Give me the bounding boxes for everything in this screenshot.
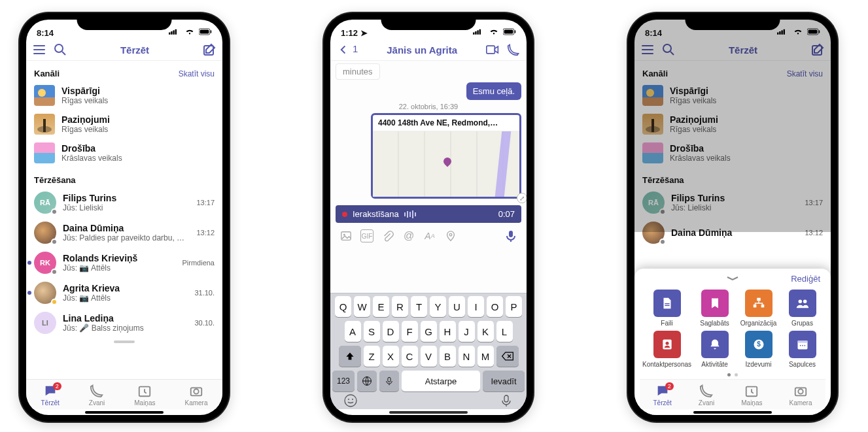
app-saved[interactable]: Saglabāts: [694, 290, 735, 327]
outgoing-message[interactable]: Esmu ceļā.: [466, 82, 521, 100]
enter-key[interactable]: Ievadīt: [483, 371, 525, 391]
key[interactable]: A: [345, 321, 361, 342]
key[interactable]: E: [373, 296, 389, 317]
image-icon[interactable]: [339, 229, 353, 242]
channel-row[interactable]: VispārīgiRīgas veikals: [642, 81, 823, 110]
mic-icon[interactable]: [504, 229, 517, 242]
key[interactable]: N: [459, 346, 475, 367]
menu-icon[interactable]: [641, 43, 654, 56]
chat-row[interactable]: RK Rolands KrieviņšJūs: 📷 Attēls Pirmdie…: [34, 248, 215, 278]
key[interactable]: U: [449, 296, 465, 317]
key[interactable]: G: [421, 321, 437, 342]
key[interactable]: V: [421, 346, 437, 367]
chat-row[interactable]: RĀFilips TurinsJūs: Lieliski13:17: [642, 188, 823, 218]
key[interactable]: H: [440, 321, 456, 342]
location-pin-icon[interactable]: [444, 229, 457, 242]
tab-chat[interactable]: 2 Tērzēt: [41, 384, 59, 407]
compose-icon[interactable]: [811, 43, 824, 56]
channel-row[interactable]: PaziņojumiRīgas veikals: [642, 110, 823, 139]
home-indicator[interactable]: [693, 411, 772, 414]
chat-row[interactable]: RĀ Filips TurinsJūs: Lieliski 13:17: [34, 188, 215, 218]
location-card[interactable]: 4400 148th Ave NE, Redmond,… ⤢: [371, 113, 521, 199]
chat-row[interactable]: Daina Dūmiņa13:12: [642, 218, 823, 248]
channel-row[interactable]: PaziņojumiRīgas veikals: [34, 110, 215, 139]
app-contacts[interactable]: Kontaktpersonas: [642, 331, 691, 368]
gif-icon[interactable]: GIF: [360, 229, 373, 242]
tab-camera[interactable]: Kamera: [789, 384, 812, 407]
key[interactable]: M: [477, 346, 494, 367]
key[interactable]: B: [440, 346, 456, 367]
key[interactable]: P: [506, 296, 522, 317]
compose-toolbar: GIF @ AA: [336, 225, 521, 246]
video-icon[interactable]: [486, 43, 499, 56]
tab-shifts[interactable]: Maiņas: [134, 384, 155, 407]
chat-row[interactable]: Daina DūmiņaJūs: Paldies par paveikto da…: [34, 218, 215, 248]
channel-row[interactable]: VispārīgiRīgas veikals: [34, 81, 215, 110]
app-groups[interactable]: Grupas: [782, 290, 823, 327]
app-files[interactable]: Faili: [642, 290, 691, 327]
home-indicator[interactable]: [389, 411, 468, 414]
svg-rect-20: [341, 232, 351, 241]
key[interactable]: Q: [335, 296, 351, 317]
tab-camera[interactable]: Kamera: [184, 384, 207, 407]
drag-handle-icon[interactable]: [114, 341, 135, 343]
tab-chat[interactable]: 2Tērzēt: [653, 384, 671, 407]
menu-icon[interactable]: [33, 43, 46, 56]
expand-icon[interactable]: ⤢: [517, 193, 527, 203]
channel-row[interactable]: DrošībaKrāslavas veikals: [642, 139, 823, 167]
globe-key[interactable]: [357, 371, 377, 391]
recording-bar[interactable]: Ierakstīšana 0:07: [336, 205, 521, 223]
key[interactable]: C: [402, 346, 418, 367]
chat-preview: Jūs: 🎤 Balss ziņojums: [63, 324, 188, 333]
compose-icon[interactable]: [203, 43, 216, 56]
phone-2: 1:12 ➤ 1 Jānis un Agrita minutes Esmu ce…: [324, 13, 533, 422]
key[interactable]: W: [354, 296, 370, 317]
back-button[interactable]: 1: [337, 43, 358, 56]
app-activity[interactable]: Aktivitāte: [694, 331, 735, 368]
see-all-link[interactable]: Skatīt visu: [787, 69, 823, 78]
key[interactable]: K: [477, 321, 494, 342]
home-indicator[interactable]: [85, 411, 164, 414]
key[interactable]: L: [496, 321, 513, 342]
key[interactable]: O: [487, 296, 503, 317]
key[interactable]: T: [411, 296, 427, 317]
space-key[interactable]: Atstarpe: [402, 371, 480, 391]
key[interactable]: Y: [430, 296, 446, 317]
dictate-icon[interactable]: [500, 394, 513, 407]
key[interactable]: J: [459, 321, 475, 342]
app-meetings[interactable]: Sapulces: [782, 331, 823, 368]
emoji-icon[interactable]: [344, 394, 357, 407]
search-icon[interactable]: [662, 43, 675, 56]
app-expenses[interactable]: $Izdevumi: [738, 331, 779, 368]
key[interactable]: X: [383, 346, 399, 367]
key[interactable]: D: [383, 321, 399, 342]
chat-row[interactable]: LI Lina LediņaJūs: 🎤 Balss ziņojums 30.1…: [34, 308, 215, 338]
key[interactable]: I: [468, 296, 484, 317]
channel-row[interactable]: DrošībaKrāslavas veikals: [34, 139, 215, 167]
call-icon[interactable]: [507, 43, 520, 56]
sheet-handle-icon[interactable]: [725, 275, 740, 282]
key[interactable]: R: [392, 296, 408, 317]
key[interactable]: S: [364, 321, 380, 342]
signal-icon: [167, 25, 181, 38]
tab-shifts[interactable]: Maiņas: [741, 384, 762, 407]
see-all-link[interactable]: Skatīt visu: [179, 69, 215, 78]
dictate-key[interactable]: [379, 371, 399, 391]
numbers-key[interactable]: 123: [332, 371, 355, 391]
shift-key[interactable]: [339, 346, 361, 367]
svg-rect-35: [808, 29, 818, 33]
mention-icon[interactable]: @: [402, 229, 415, 242]
tab-calls[interactable]: Zvani: [699, 384, 714, 407]
search-icon[interactable]: [54, 43, 67, 56]
format-icon[interactable]: AA: [423, 229, 436, 242]
attach-icon[interactable]: [381, 229, 394, 242]
backspace-key[interactable]: [496, 346, 519, 367]
tab-calls[interactable]: Zvani: [89, 384, 105, 407]
svg-point-27: [348, 399, 349, 400]
key[interactable]: F: [402, 321, 418, 342]
key[interactable]: Z: [364, 346, 380, 367]
svg-rect-41: [757, 298, 761, 301]
chat-row[interactable]: Agrita KrievaJūs: 📷 Attēls 31.10.: [34, 278, 215, 308]
app-org[interactable]: Organizācija: [738, 290, 779, 327]
edit-button[interactable]: Rediģēt: [791, 274, 820, 284]
